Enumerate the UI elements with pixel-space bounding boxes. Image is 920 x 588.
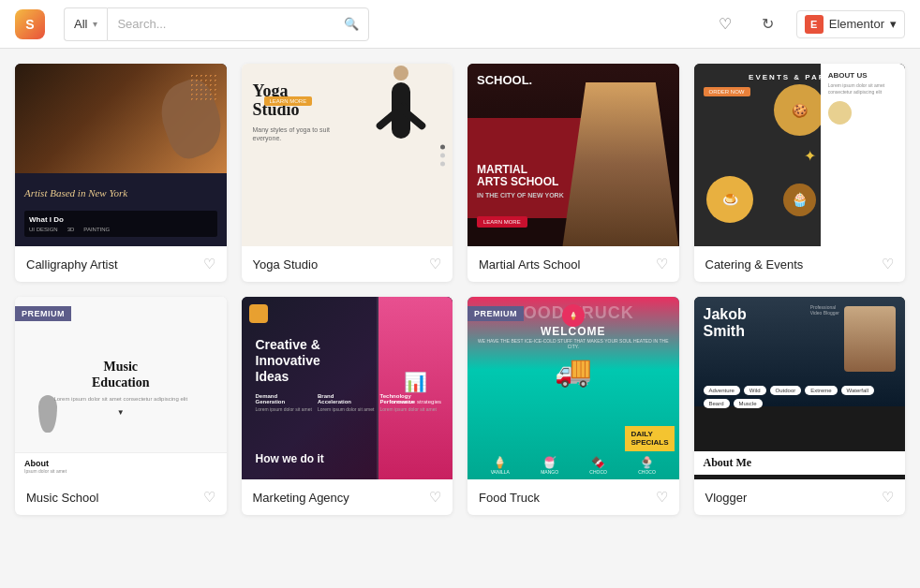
card-martial[interactable]: SCHOOL. MARTIALARTS SCHOOL IN THE CITY O…	[467, 64, 679, 282]
refresh-button[interactable]: ↻	[753, 9, 783, 39]
card-title-calligraphy: Calligraphy Artist	[26, 257, 118, 272]
card-thumb-music: PREMIUM ●● MusicEducation Lorem ipsum do…	[15, 297, 227, 479]
yoga-nav-dots	[440, 144, 445, 166]
card-title-martial: Martial Arts School	[479, 257, 580, 272]
card-thumb-yoga: YogaStudio Many styles of yoga to suit e…	[242, 64, 453, 246]
card-footer-martial: Martial Arts School ♡	[467, 246, 679, 282]
tag-muscle: Muscle	[734, 399, 763, 408]
service-demand: Demand Generation Lorem ipsum dolor sit …	[256, 393, 315, 413]
filter-label: All	[74, 17, 87, 31]
card-marketing[interactable]: Creative &InnovativeIdeas Demand Generat…	[242, 297, 453, 515]
card-thumb-calligraphy: Artist Based in New York What I Do UI DE…	[15, 64, 227, 246]
marketing-services: Demand Generation Lorem ipsum dolor sit …	[256, 393, 439, 413]
truck-emoji: 🚚	[555, 353, 592, 389]
nav-dot-3	[440, 161, 445, 166]
ice-cream-icon-4: 🍨	[640, 456, 654, 469]
card-catering[interactable]: 🍪 🍩 🍮 🧁 EVENTS & PARTIES ORDER NOW ✦ ABO…	[694, 64, 906, 282]
fighter-image	[562, 82, 678, 247]
yoga-figure	[368, 64, 434, 176]
service-brand-desc: Lorem ipsum dolor sit amet	[318, 406, 377, 413]
favorite-button-vlogger[interactable]: ♡	[882, 489, 894, 506]
favorite-button-calligraphy[interactable]: ♡	[203, 256, 215, 272]
food-circle-4: 🧁	[783, 184, 816, 216]
card-thumb-marketing: Creative &InnovativeIdeas Demand Generat…	[242, 297, 453, 479]
welcome-banner: WELCOME WE HAVE THE BEST ICE-ICE-COLD ST…	[467, 325, 679, 349]
card-footer-food: Food Truck ♡	[467, 479, 679, 515]
elementor-logo: E	[805, 15, 824, 34]
yoga-studio-sub: Many styles of yoga to suit everyone.	[253, 125, 347, 144]
music-about-desc: Ipsum dolor sit amet	[24, 468, 217, 475]
card-title-catering: Catering & Events	[705, 257, 804, 272]
favorite-button-catering[interactable]: ♡	[882, 256, 894, 272]
ice-cream-3: 🍫 CHOCO	[589, 456, 607, 475]
martial-cta-button: LEARN MORE	[477, 216, 527, 228]
favorite-button-food[interactable]: ♡	[656, 489, 668, 506]
elementor-chevron-icon: ▾	[890, 17, 897, 31]
yoga-body	[392, 82, 410, 139]
music-about-label: About	[24, 459, 217, 468]
card-food-truck[interactable]: PREMIUM FOOD TRUCK 🍦 WELCOME WE HAVE THE…	[467, 297, 679, 515]
card-title-yoga: Yoga Studio	[253, 257, 319, 272]
favorite-button-martial[interactable]: ♡	[656, 256, 668, 272]
app-logo[interactable]: S	[15, 9, 45, 39]
what-i-do-section: What I Do UI DESIGN 3D PAINTING	[24, 211, 217, 237]
card-footer-music: Music School ♡	[15, 479, 227, 515]
artist-based-text: Artist Based in New York	[24, 187, 127, 199]
filter-dropdown[interactable]: All ▾	[64, 7, 107, 41]
search-input[interactable]	[117, 17, 344, 31]
vlogger-about-title: About Me	[704, 456, 897, 470]
ice-cream-icon-1: 🍦	[493, 456, 507, 469]
ice-cream-label-4: CHOCO	[638, 469, 656, 475]
favorites-button[interactable]: ♡	[710, 9, 740, 39]
service-brand: Brand Acceleration Lorem ipsum dolor sit…	[318, 393, 377, 413]
ice-cream-icon-3: 🍫	[591, 456, 605, 469]
card-calligraphy[interactable]: Artist Based in New York What I Do UI DE…	[15, 64, 227, 282]
stat-2: 3D	[67, 227, 75, 232]
service-demand-sub: Generation	[256, 399, 315, 404]
dots-pattern	[189, 73, 217, 101]
card-title-marketing: Marketing Agency	[253, 491, 349, 505]
catering-decoration-circle	[828, 101, 852, 125]
ice-cream-2: 🍧 MANGO	[541, 456, 558, 475]
about-us-text: Lorem ipsum dolor sit amet consectetur a…	[828, 82, 898, 96]
tag-waterfall: Waterfall	[841, 386, 874, 395]
service-tech-sub: Performance	[380, 399, 439, 404]
refresh-icon: ↻	[762, 15, 774, 33]
search-icon[interactable]: 🔍	[344, 17, 359, 31]
vlogger-name: JakobSmith	[704, 306, 747, 339]
favorite-button-marketing[interactable]: ♡	[429, 489, 441, 506]
ice-cream-icon-2: 🍧	[542, 456, 556, 469]
yoga-leg-right	[393, 101, 427, 131]
favorite-button-music[interactable]: ♡	[203, 489, 215, 506]
card-yoga[interactable]: YogaStudio Many styles of yoga to suit e…	[242, 64, 453, 282]
martial-text-block: MARTIALARTS SCHOOL IN THE CITY OF NEW YO…	[477, 164, 564, 199]
what-i-do-label: What I Do	[29, 215, 213, 224]
about-us-title: ABOUT US	[828, 71, 898, 80]
food-tagline: WE HAVE THE BEST ICE-ICE-COLD STUFF THAT…	[467, 338, 679, 349]
card-thumb-vlogger: JakobSmith ProfessionalVideo Blogger Adv…	[694, 297, 906, 479]
marketing-content: Creative &InnovativeIdeas Demand Generat…	[256, 311, 439, 413]
cello-body	[38, 395, 57, 433]
music-school-title: MusicEducation	[92, 360, 149, 391]
favorite-button-yoga[interactable]: ♡	[429, 256, 441, 272]
card-music[interactable]: PREMIUM ●● MusicEducation Lorem ipsum do…	[15, 297, 227, 515]
vlogger-person-image	[844, 306, 896, 372]
service-brand-sub: Acceleration	[318, 399, 377, 404]
vlogger-tags: Adventure Wild Outdoor Extreme Waterfall…	[704, 386, 897, 408]
music-arrow: ▼	[117, 408, 125, 417]
service-tech: Technology Performance Lorem ipsum dolor…	[380, 393, 439, 413]
elementor-menu[interactable]: E Elementor ▾	[796, 10, 905, 38]
premium-badge-food: PREMIUM	[467, 306, 524, 321]
fighter-silhouette	[562, 82, 678, 247]
food-circle-3: 🍮	[706, 176, 753, 223]
ice-cream-label-3: CHOCO	[589, 469, 607, 475]
card-thumb-food: PREMIUM FOOD TRUCK 🍦 WELCOME WE HAVE THE…	[467, 297, 679, 479]
martial-location: IN THE CITY OF NEW YORK	[477, 191, 564, 199]
card-title-food: Food Truck	[479, 491, 540, 505]
daily-specials-badge: DAILYSPECIALS	[625, 426, 674, 451]
card-vlogger[interactable]: JakobSmith ProfessionalVideo Blogger Adv…	[694, 297, 906, 515]
stats-row: UI DESIGN 3D PAINTING	[29, 227, 213, 232]
martial-school-heading: SCHOOL.	[477, 73, 532, 87]
premium-badge-music: PREMIUM	[15, 306, 71, 321]
elementor-label: Elementor	[829, 17, 884, 31]
